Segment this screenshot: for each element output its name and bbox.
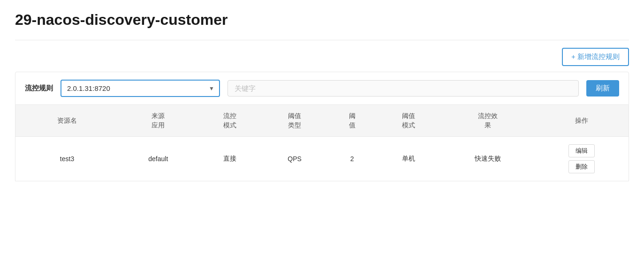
col-header-flow-mode: 流控 模式 — [198, 105, 262, 137]
cell-threshold-type: QPS — [262, 137, 327, 181]
actions-group: 编辑 删除 — [542, 144, 621, 173]
col-header-actions: 操作 — [535, 105, 629, 137]
divider — [15, 40, 629, 40]
filter-bar: 流控规则 2.0.1.31:8720 ▼ 刷新 — [15, 72, 629, 105]
rules-table: 资源名 来源 应用 流控 模式 阈值 类型 阈 值 阈值 模式 流控效 果 操作… — [15, 105, 629, 181]
col-header-source-app: 来源 应用 — [119, 105, 198, 137]
col-header-threshold-mode: 阈值 模式 — [377, 105, 441, 137]
table-header-row: 资源名 来源 应用 流控 模式 阈值 类型 阈 值 阈值 模式 流控效 果 操作 — [15, 105, 629, 137]
table-row: test3 default 直接 QPS 2 单机 快速失败 编辑 删除 — [15, 137, 629, 181]
col-header-threshold: 阈 值 — [327, 105, 377, 137]
page-title: 29-nacos-discovery-customer — [15, 11, 629, 29]
ip-select[interactable]: 2.0.1.31:8720 — [61, 80, 220, 97]
cell-source-app: default — [119, 137, 198, 181]
keyword-input[interactable] — [227, 80, 579, 97]
refresh-button[interactable]: 刷新 — [586, 80, 619, 97]
col-header-resource: 资源名 — [15, 105, 119, 137]
ip-select-wrapper: 2.0.1.31:8720 ▼ — [61, 80, 220, 97]
cell-threshold: 2 — [327, 137, 377, 181]
cell-actions: 编辑 删除 — [535, 137, 629, 181]
cell-threshold-mode: 单机 — [377, 137, 441, 181]
cell-flow-effect: 快速失败 — [440, 137, 534, 181]
col-header-threshold-type: 阈值 类型 — [262, 105, 327, 137]
filter-label: 流控规则 — [25, 84, 53, 93]
top-actions: + 新增流控规则 — [15, 48, 629, 66]
delete-button[interactable]: 删除 — [568, 160, 595, 173]
col-header-flow-effect: 流控效 果 — [440, 105, 534, 137]
rules-table-container: 资源名 来源 应用 流控 模式 阈值 类型 阈 值 阈值 模式 流控效 果 操作… — [15, 105, 629, 181]
edit-button[interactable]: 编辑 — [568, 144, 595, 157]
cell-resource: test3 — [15, 137, 119, 181]
cell-flow-mode: 直接 — [198, 137, 262, 181]
add-rule-button[interactable]: + 新增流控规则 — [562, 48, 629, 66]
